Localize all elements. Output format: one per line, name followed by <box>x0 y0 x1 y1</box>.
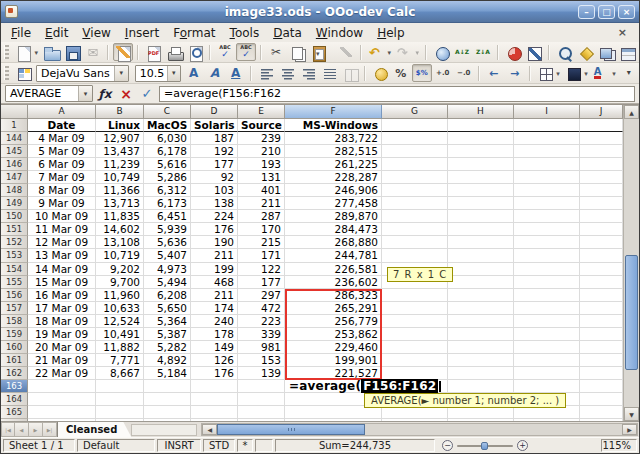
cell[interactable]: 5,636 <box>144 236 191 249</box>
font-color-icon[interactable]: A <box>591 64 618 82</box>
cell[interactable] <box>238 380 285 393</box>
cell[interactable]: 10,491 <box>96 328 144 341</box>
vertical-scroll-thumb[interactable] <box>625 255 638 370</box>
percent-format-icon[interactable]: % <box>391 64 411 82</box>
cell[interactable]: 229,460 <box>285 341 382 354</box>
cell[interactable]: 9,700 <box>96 276 144 289</box>
cell[interactable] <box>448 419 514 421</box>
cell[interactable]: 10,719 <box>96 249 144 262</box>
menu-edit[interactable]: Edit <box>38 25 75 41</box>
add-decimal-place-icon[interactable]: +.0 <box>433 64 453 82</box>
cell[interactable] <box>514 158 580 171</box>
cell[interactable] <box>144 406 191 419</box>
cell[interactable]: 5,407 <box>144 249 191 262</box>
menu-window[interactable]: Window <box>309 25 370 41</box>
column-header-e[interactable]: E <box>238 105 285 119</box>
cell[interactable] <box>580 341 623 354</box>
column-header-d[interactable]: D <box>191 105 238 119</box>
cell[interactable]: 297 <box>238 289 285 302</box>
open-icon[interactable] <box>41 43 61 61</box>
cell[interactable]: 5,387 <box>144 328 191 341</box>
cell[interactable] <box>448 354 514 367</box>
cell[interactable]: 131 <box>238 171 285 184</box>
cell[interactable] <box>580 171 623 184</box>
row-header-159[interactable]: 159 <box>1 328 28 341</box>
cell[interactable]: 170 <box>238 223 285 236</box>
zoom-slider[interactable] <box>457 445 513 447</box>
cell[interactable]: Solaris <box>191 119 238 132</box>
cell[interactable] <box>28 419 96 421</box>
cell[interactable] <box>580 184 623 197</box>
cell[interactable] <box>382 249 448 262</box>
cell[interactable]: 215 <box>238 236 285 249</box>
cell[interactable] <box>382 158 448 171</box>
cell[interactable]: 211 <box>191 249 238 262</box>
cell[interactable]: MS-Windows <box>285 119 382 132</box>
column-header-a[interactable]: A <box>28 105 96 119</box>
cell[interactable] <box>382 328 448 341</box>
cell[interactable]: 6,173 <box>144 197 191 210</box>
copy-icon[interactable] <box>287 43 307 61</box>
row-header-160[interactable]: 160 <box>1 341 28 354</box>
selection-mode[interactable]: STD <box>203 439 235 452</box>
cell[interactable]: 4,892 <box>144 354 191 367</box>
zoom-out-icon[interactable]: − <box>442 440 453 451</box>
cut-icon[interactable]: ✂ <box>266 43 286 61</box>
cell[interactable] <box>514 341 580 354</box>
column-header-c[interactable]: C <box>144 105 191 119</box>
cell[interactable] <box>580 249 623 262</box>
menu-file[interactable]: File <box>4 25 38 41</box>
row-header-1[interactable]: 1 <box>1 119 28 132</box>
row-header-149[interactable]: 149 <box>1 197 28 210</box>
align-left-icon[interactable] <box>256 64 276 82</box>
cell[interactable] <box>448 302 514 315</box>
cell[interactable]: 19 Mar 09 <box>28 328 96 341</box>
auto-spellcheck-icon[interactable]: ABC <box>236 43 256 61</box>
next-sheet-button[interactable]: ▶ <box>29 422 43 437</box>
cell[interactable] <box>448 184 514 197</box>
row-header-145[interactable]: 145 <box>1 145 28 158</box>
paste-icon[interactable] <box>308 43 335 61</box>
cell[interactable]: 149 <box>191 341 238 354</box>
cell[interactable] <box>448 158 514 171</box>
cell[interactable]: 6,451 <box>144 210 191 223</box>
cell[interactable] <box>514 289 580 302</box>
cell[interactable]: 13,713 <box>96 197 144 210</box>
cell[interactable]: 5,364 <box>144 315 191 328</box>
maximize-icon[interactable]: □ <box>598 5 615 19</box>
cell[interactable]: 11,960 <box>96 289 144 302</box>
column-header-j[interactable]: J <box>580 105 623 119</box>
cell[interactable] <box>96 406 144 419</box>
cell[interactable]: 122 <box>238 263 285 276</box>
cell[interactable]: 8 Mar 09 <box>28 184 96 197</box>
cell[interactable]: 12 Mar 09 <box>28 236 96 249</box>
cell[interactable]: 6,208 <box>144 289 191 302</box>
bold-icon[interactable]: A <box>184 64 204 82</box>
increase-indent-icon[interactable]: → <box>505 64 525 82</box>
cell[interactable] <box>580 276 623 289</box>
cell[interactable]: 253,862 <box>285 328 382 341</box>
cell[interactable]: 10,633 <box>96 302 144 315</box>
cell[interactable]: 339 <box>238 328 285 341</box>
spellcheck-icon[interactable]: ABC <box>215 43 235 61</box>
column-header-f[interactable]: F <box>285 105 382 119</box>
cell[interactable] <box>382 236 448 249</box>
close-document-icon[interactable]: × <box>609 26 636 39</box>
cell[interactable] <box>28 406 96 419</box>
cell[interactable]: 287 <box>238 210 285 223</box>
align-justified-icon[interactable] <box>319 64 339 82</box>
cell[interactable]: 277,458 <box>285 197 382 210</box>
cell[interactable]: 13 Mar 09 <box>28 249 96 262</box>
cell[interactable] <box>580 315 623 328</box>
cell[interactable]: 192 <box>191 145 238 158</box>
cell[interactable]: 7,771 <box>96 354 144 367</box>
cell[interactable] <box>514 367 580 380</box>
currency-format-icon[interactable] <box>370 64 390 82</box>
insert-chart-icon[interactable] <box>503 43 523 61</box>
menu-data[interactable]: Data <box>266 25 309 41</box>
menu-help[interactable]: Help <box>370 25 411 41</box>
cell[interactable]: 261,225 <box>285 158 382 171</box>
column-header-i[interactable]: I <box>514 105 580 119</box>
column-header-g[interactable]: G <box>382 105 448 119</box>
cell[interactable]: MacOS <box>144 119 191 132</box>
